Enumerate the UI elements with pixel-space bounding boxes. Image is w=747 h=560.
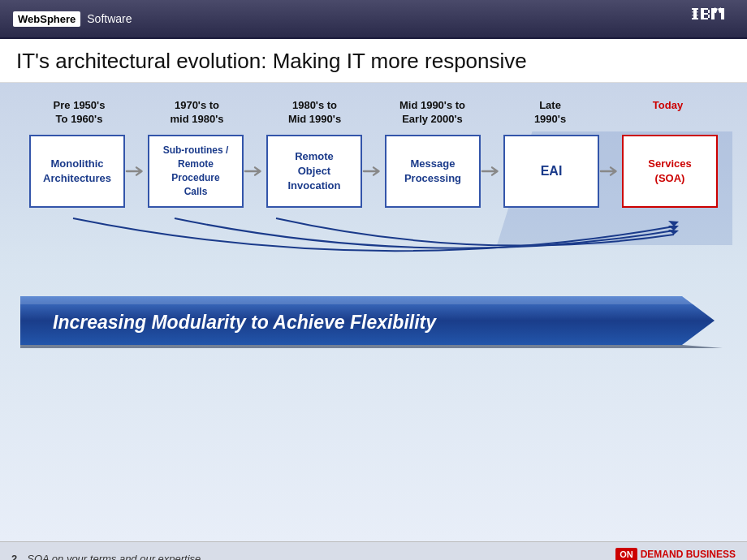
on-demand-badge: ON DEMAND BUSINESS (615, 548, 736, 561)
arch-box-eai: EAI (503, 135, 599, 208)
on-label: ON (615, 548, 637, 561)
era-label-2: 1970's to mid 1980's (138, 99, 256, 127)
svg-rect-6 (704, 8, 708, 10)
banner: Increasing Modularity to Achieve Flexibi… (16, 286, 731, 351)
svg-marker-18 (20, 345, 723, 348)
era-label-4: Mid 1990's to Early 2000's (374, 99, 491, 127)
svg-rect-10 (704, 18, 708, 19)
header: WebSphere Software (0, 0, 747, 39)
svg-rect-8 (704, 13, 708, 15)
arrow-3 (362, 162, 385, 181)
svg-marker-17 (668, 230, 679, 235)
svg-marker-16 (668, 226, 679, 230)
curved-arrows-svg (24, 214, 723, 283)
ibm-logo (692, 6, 734, 32)
arch-box-message-processing: Message Processing (385, 135, 481, 208)
footer-right: ON DEMAND BUSINESS © IBM Corporation (615, 548, 736, 561)
svg-rect-0 (692, 8, 698, 10)
arch-box-monolithic: Monolithic Architectures (29, 135, 125, 208)
era-label-6: Today (609, 99, 727, 127)
footer: 2 SOA on your terms and our expertise ON… (0, 541, 747, 560)
era-label-1: Pre 1950's To 1960's (20, 99, 138, 127)
main-content: Pre 1950's To 1960's 1970's to mid 1980'… (0, 83, 747, 541)
svg-marker-20 (20, 296, 698, 304)
svg-rect-1 (693, 10, 697, 18)
arrow-1 (125, 162, 148, 181)
svg-marker-15 (668, 221, 679, 226)
page-title-bar: IT's architectural evolution: Making IT … (0, 39, 747, 83)
arch-row: Monolithic Architectures Sub-routines / … (16, 135, 731, 208)
svg-rect-4 (692, 15, 698, 16)
banner-arrow-svg: Increasing Modularity to Achieve Flexibi… (16, 290, 731, 348)
page-title: IT's architectural evolution: Making IT … (16, 49, 731, 74)
footer-tagline: SOA on your terms and our expertise (27, 553, 201, 560)
era-row: Pre 1950's To 1960's 1970's to mid 1980'… (16, 99, 731, 127)
demand-label: DEMAND BUSINESS (641, 549, 736, 560)
svg-rect-7 (708, 10, 710, 13)
svg-text:Increasing Modularity to Achie: Increasing Modularity to Achieve Flexibi… (53, 312, 437, 333)
arrow-2 (244, 162, 266, 181)
curved-arrows (24, 214, 723, 283)
software-label: Software (87, 12, 132, 25)
footer-left: 2 SOA on your terms and our expertise (11, 553, 201, 560)
arrow-4 (481, 162, 503, 181)
arch-box-services-soa: Services (SOA) (622, 135, 718, 208)
header-left: WebSphere Software (13, 11, 132, 27)
ibm-logo-svg (692, 6, 734, 28)
svg-rect-14 (721, 8, 724, 19)
arrow-5 (599, 162, 622, 181)
page-number: 2 (11, 553, 17, 560)
svg-rect-9 (708, 15, 710, 18)
arch-box-subroutines: Sub-routines / Remote Procedure Calls (148, 135, 244, 208)
era-label-5: Late 1990's (491, 99, 609, 127)
arch-box-remote-object: Remote Object Invocation (266, 135, 362, 208)
svg-rect-2 (692, 18, 698, 19)
websphere-logo: WebSphere (13, 11, 80, 27)
era-label-3: 1980's to Mid 1990's (256, 99, 374, 127)
svg-rect-3 (692, 11, 698, 13)
svg-rect-5 (701, 8, 704, 19)
